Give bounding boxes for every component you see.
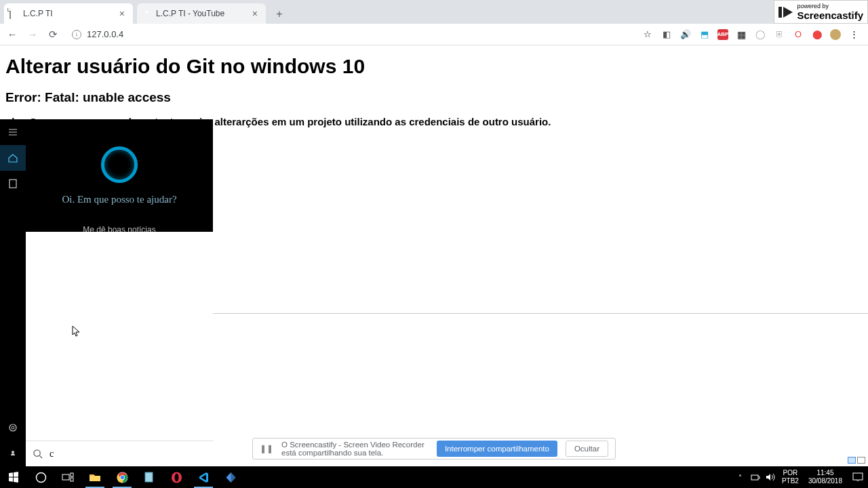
svg-point-13 bbox=[120, 475, 123, 479]
tab-close-icon[interactable]: × bbox=[250, 8, 260, 19]
sourcetree-taskbar[interactable] bbox=[217, 466, 244, 488]
cortana-home-button[interactable] bbox=[0, 145, 26, 171]
qr-icon[interactable]: ▦ bbox=[735, 28, 747, 41]
opera-taskbar[interactable] bbox=[163, 466, 190, 488]
address-bar[interactable]: i 127.0.0.4 bbox=[65, 26, 637, 43]
powered-by-label: powered by bbox=[797, 3, 863, 9]
tab-close-icon[interactable]: × bbox=[117, 8, 127, 19]
cortana-settings-button[interactable] bbox=[0, 415, 26, 441]
diamond-icon bbox=[225, 472, 237, 483]
cortana-header: Oi. Em que posso te ajudar? Me dê boas n… bbox=[26, 119, 213, 232]
view-toggle[interactable] bbox=[848, 457, 865, 464]
svg-rect-14 bbox=[145, 472, 153, 482]
tab-title: L.C.P TI bbox=[23, 9, 117, 18]
reload-button[interactable]: ⟳ bbox=[45, 26, 61, 43]
opera-icon[interactable]: O bbox=[792, 28, 804, 41]
notification-center-button[interactable] bbox=[848, 472, 868, 482]
opera-icon bbox=[171, 472, 182, 483]
chrome-icon bbox=[117, 472, 128, 483]
grid-view-icon bbox=[848, 457, 856, 464]
language-indicator[interactable]: POR PTB2 bbox=[778, 469, 803, 485]
search-icon bbox=[33, 449, 43, 459]
bookmark-star-icon[interactable]: ☆ bbox=[642, 28, 654, 41]
forward-button[interactable]: → bbox=[24, 26, 41, 43]
start-button[interactable] bbox=[0, 466, 27, 488]
svg-rect-17 bbox=[751, 475, 758, 480]
extension-icon-2[interactable]: ◯ bbox=[754, 28, 766, 41]
task-view-icon bbox=[62, 472, 74, 482]
pause-icon[interactable]: ❚❚ bbox=[260, 444, 273, 453]
cortana-suggestion: Me dê boas notícias bbox=[83, 225, 155, 232]
page-divider bbox=[213, 313, 868, 314]
volume-icon[interactable]: 🔊 bbox=[679, 28, 692, 41]
adblock-icon[interactable]: ABP bbox=[717, 29, 728, 40]
svg-line-5 bbox=[39, 455, 42, 458]
svg-point-16 bbox=[174, 473, 178, 481]
notebook-icon bbox=[7, 178, 18, 189]
cortana-greeting: Oi. Em que posso te ajudar? bbox=[62, 194, 176, 205]
file-icon bbox=[9, 9, 19, 18]
shield-icon[interactable]: ⛨ bbox=[773, 28, 785, 41]
browser-tab[interactable]: L.C.P TI - YouTube × bbox=[137, 3, 266, 24]
browser-tab-active[interactable]: L.C.P TI × bbox=[4, 3, 133, 24]
cortana-notebook-button[interactable] bbox=[0, 171, 26, 197]
cortana-search-input[interactable] bbox=[50, 449, 206, 460]
svg-rect-8 bbox=[71, 473, 73, 476]
address-text: 127.0.0.4 bbox=[87, 29, 123, 39]
tab-title: L.C.P TI - YouTube bbox=[156, 9, 250, 18]
svg-rect-0 bbox=[9, 180, 16, 188]
page-heading: Alterar usuário do Git no windows 10 bbox=[5, 55, 863, 78]
record-icon[interactable]: ⬤ bbox=[811, 28, 823, 41]
youtube-icon bbox=[142, 9, 152, 18]
cortana-main: Oi. Em que posso te ajudar? Me dê boas n… bbox=[26, 119, 213, 466]
cortana-taskbar-button[interactable] bbox=[27, 466, 54, 488]
site-info-icon[interactable]: i bbox=[72, 30, 81, 39]
file-explorer-taskbar[interactable] bbox=[81, 466, 108, 488]
svg-rect-9 bbox=[71, 478, 73, 481]
screencastify-badge: powered by Screencastify bbox=[774, 0, 868, 24]
browser-toolbar: ← → ⟳ i 127.0.0.4 ☆ ◧ 🔊 ⬒ ABP ▦ ◯ ⛨ O ⬤ … bbox=[0, 24, 868, 45]
svg-point-1 bbox=[9, 424, 16, 431]
clock[interactable]: 11:45 30/08/2018 bbox=[803, 469, 848, 485]
cortana-results-area bbox=[26, 232, 213, 441]
notepad-icon bbox=[144, 472, 155, 483]
cortana-circle-icon bbox=[35, 472, 47, 483]
extension-icon[interactable]: ⬒ bbox=[698, 28, 711, 41]
notepad-taskbar[interactable] bbox=[136, 466, 163, 488]
cortana-menu-button[interactable] bbox=[0, 119, 26, 145]
volume-tray-icon[interactable] bbox=[763, 466, 778, 488]
browser-tabstrip: L.C.P TI × L.C.P TI - YouTube × + powere… bbox=[0, 0, 868, 24]
svg-point-4 bbox=[34, 450, 40, 456]
toolbar-icons: ☆ ◧ 🔊 ⬒ ABP ▦ ◯ ⛨ O ⬤ ⋮ bbox=[642, 28, 864, 41]
chrome-menu-icon[interactable]: ⋮ bbox=[848, 28, 860, 41]
svg-point-6 bbox=[36, 472, 45, 482]
svg-point-2 bbox=[12, 426, 14, 429]
feedback-icon bbox=[7, 448, 18, 459]
system-tray: ˄ POR PTB2 11:45 30/08/2018 bbox=[733, 466, 868, 488]
vscode-taskbar[interactable] bbox=[190, 466, 217, 488]
back-button[interactable]: ← bbox=[4, 26, 20, 43]
hide-sharing-button[interactable]: Ocultar bbox=[566, 441, 608, 457]
windows-taskbar: ˄ POR PTB2 11:45 30/08/2018 bbox=[0, 466, 868, 488]
cortana-feedback-button[interactable] bbox=[0, 441, 26, 466]
cortana-search-bar[interactable] bbox=[26, 441, 213, 466]
tray-chevron-icon[interactable]: ˄ bbox=[733, 466, 748, 488]
avatar-icon[interactable] bbox=[830, 29, 841, 40]
hamburger-icon bbox=[7, 127, 18, 138]
page-subheading: Error: Fatal: unable access bbox=[5, 90, 863, 105]
stop-sharing-button[interactable]: Interromper compartilhamento bbox=[437, 441, 557, 457]
svg-rect-7 bbox=[62, 474, 69, 480]
screencastify-brand: Screencastify bbox=[797, 9, 863, 21]
new-tab-button[interactable]: + bbox=[270, 5, 289, 24]
list-view-icon bbox=[857, 457, 865, 464]
chrome-taskbar[interactable] bbox=[108, 466, 136, 488]
share-message: O Screencastify - Screen Video Recorder … bbox=[281, 441, 429, 457]
svg-rect-18 bbox=[853, 473, 863, 480]
windows-icon bbox=[8, 472, 19, 483]
screencastify-logo-icon bbox=[778, 7, 793, 18]
cortana-sidebar bbox=[0, 119, 26, 466]
task-view-button[interactable] bbox=[54, 466, 81, 488]
network-icon[interactable] bbox=[748, 466, 763, 488]
cortana-ring-icon bbox=[101, 146, 138, 183]
location-icon[interactable]: ◧ bbox=[660, 28, 673, 41]
